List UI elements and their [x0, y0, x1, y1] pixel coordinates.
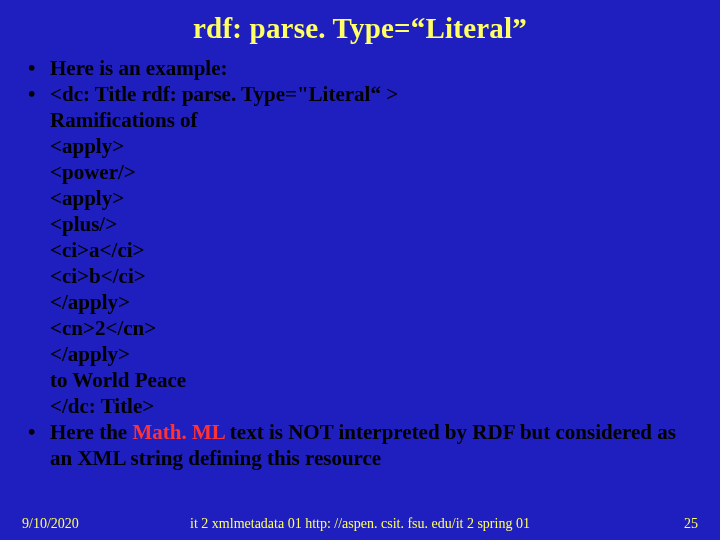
bullet-1-text: Here is an example:: [50, 56, 228, 80]
code-line-9: <cn>2</cn>: [50, 315, 698, 341]
bullet-list: Here is an example: <dc: Title rdf: pars…: [26, 55, 698, 472]
footer-center: it 2 xmlmetadata 01 http: //aspen. csit.…: [0, 516, 720, 532]
code-line-10: </apply>: [50, 341, 698, 367]
slide-title: rdf: parse. Type=“Literal”: [22, 12, 698, 45]
code-line-12: </dc: Title>: [50, 393, 698, 419]
bullet-3: Here the Math. ML text is NOT interprete…: [26, 419, 698, 471]
bullet-3-pre: Here the: [50, 420, 132, 444]
slide: rdf: parse. Type=“Literal” Here is an ex…: [0, 0, 720, 540]
bullet-3-mathml: Math. ML: [132, 420, 224, 444]
code-line-4: <apply>: [50, 185, 698, 211]
bullet-2-code: <dc: Title rdf: parse. Type="Literal“ > …: [26, 81, 698, 419]
code-line-0: <dc: Title rdf: parse. Type="Literal“ >: [50, 81, 698, 107]
code-line-5: <plus/>: [50, 211, 698, 237]
code-line-7: <ci>b</ci>: [50, 263, 698, 289]
code-line-3: <power/>: [50, 159, 698, 185]
code-line-8: </apply>: [50, 289, 698, 315]
footer-page-num: 25: [684, 516, 698, 532]
code-line-11: to World Peace: [50, 367, 698, 393]
code-line-2: <apply>: [50, 133, 698, 159]
code-line-6: <ci>a</ci>: [50, 237, 698, 263]
bullet-1: Here is an example:: [26, 55, 698, 81]
code-line-1: Ramifications of: [50, 107, 698, 133]
